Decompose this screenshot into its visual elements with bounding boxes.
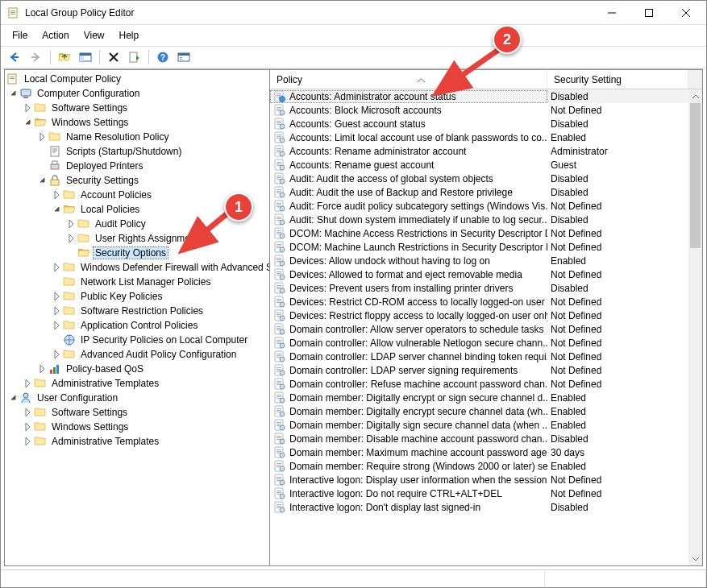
list-row[interactable]: Interactive logon: Display user informat… <box>270 473 688 487</box>
show-hide-tree-button[interactable] <box>76 48 95 66</box>
tree-network-list-manager[interactable]: Network List Manager Policies <box>5 275 269 289</box>
tree-deployed-printers[interactable]: Deployed Printers <box>5 159 269 173</box>
scroll-track[interactable] <box>688 103 702 552</box>
list-row[interactable]: Domain member: Maximum machine account p… <box>270 445 688 459</box>
list-row[interactable]: Interactive logon: Do not require CTRL+A… <box>270 487 688 500</box>
tree-pane[interactable]: Local Computer Policy Computer Configura… <box>4 69 270 566</box>
tree-root[interactable]: Local Computer Policy <box>5 72 269 86</box>
scroll-up-button[interactable] <box>688 89 702 103</box>
list-row[interactable]: Accounts: Limit local account use of bla… <box>270 130 688 144</box>
list-row[interactable]: Accounts: Block Microsoft accountsNot De… <box>270 103 688 117</box>
expand-toggle[interactable] <box>52 305 63 317</box>
tree-label: Advanced Audit Policy Configuration <box>79 349 238 360</box>
export-list-button[interactable] <box>125 48 144 66</box>
tree-application-control-policies[interactable]: Application Control Policies <box>5 318 269 333</box>
expand-toggle[interactable] <box>52 349 63 360</box>
expand-toggle[interactable] <box>52 189 63 201</box>
tree-name-resolution-policy[interactable]: Name Resolution Policy <box>5 130 269 144</box>
expand-toggle[interactable] <box>23 117 34 128</box>
tree-public-key-policies[interactable]: Public Key Policies <box>5 289 269 304</box>
list-row[interactable]: Devices: Restrict CD-ROM access to local… <box>270 295 688 308</box>
vertical-scrollbar[interactable] <box>688 89 702 565</box>
tree-windows-settings[interactable]: Windows Settings <box>5 115 269 130</box>
list-row[interactable]: Accounts: Rename guest accountGuest <box>270 158 688 172</box>
list-row[interactable]: Devices: Allow undock without having to … <box>270 254 688 267</box>
expand-toggle[interactable] <box>23 421 34 433</box>
list-row[interactable]: Domain controller: LDAP server signing r… <box>270 363 688 377</box>
list-row[interactable]: Interactive logon: Don't display last si… <box>270 500 688 514</box>
list-row[interactable]: Accounts: Guest account statusDisabled <box>270 117 688 130</box>
close-button[interactable] <box>667 1 705 24</box>
list-body[interactable]: Accounts: Administrator account statusDi… <box>270 89 688 565</box>
tree-scripts[interactable]: Scripts (Startup/Shutdown) <box>5 144 269 159</box>
scroll-thumb[interactable] <box>690 103 701 248</box>
list-row[interactable]: Domain controller: Allow vulnerable Netl… <box>270 336 688 350</box>
list-row[interactable]: Devices: Restrict floppy access to local… <box>270 308 688 322</box>
list-row[interactable]: Accounts: Rename administrator accountAd… <box>270 144 688 158</box>
menu-file[interactable]: File <box>6 27 34 44</box>
list-row[interactable]: Audit: Audit the access of global system… <box>270 172 688 185</box>
list-row[interactable]: Domain controller: Allow server operator… <box>270 322 688 336</box>
expand-toggle[interactable] <box>8 392 19 404</box>
forward-button[interactable] <box>27 48 46 66</box>
expand-toggle[interactable] <box>23 436 34 447</box>
up-level-button[interactable] <box>55 48 74 66</box>
list-row[interactable]: Domain member: Require strong (Windows 2… <box>270 459 688 473</box>
expand-toggle[interactable] <box>23 102 34 114</box>
list-row[interactable]: Audit: Force audit policy subcategory se… <box>270 199 688 213</box>
tree-software-settings[interactable]: Software Settings <box>5 101 269 115</box>
expand-toggle[interactable] <box>66 233 77 244</box>
tree-software-settings-user[interactable]: Software Settings <box>5 405 269 420</box>
tree-windows-settings-user[interactable]: Windows Settings <box>5 420 269 434</box>
list-row[interactable]: DCOM: Machine Access Restrictions in Sec… <box>270 226 688 240</box>
help-button[interactable]: ? <box>153 48 173 66</box>
list-row[interactable]: Audit: Audit the use of Backup and Resto… <box>270 185 688 199</box>
minimize-button[interactable] <box>593 1 630 24</box>
list-row[interactable]: Devices: Prevent users from installing p… <box>270 281 688 295</box>
maximize-button[interactable] <box>630 1 667 24</box>
expand-toggle[interactable] <box>37 175 48 186</box>
policy-cell: Devices: Allowed to format and eject rem… <box>270 268 547 281</box>
expand-toggle[interactable] <box>52 262 63 273</box>
list-row[interactable]: Domain member: Disable machine account p… <box>270 432 688 445</box>
tree-policy-based-qos[interactable]: Policy-based QoS <box>5 362 269 376</box>
tree-advanced-audit-policy[interactable]: Advanced Audit Policy Configuration <box>5 347 269 362</box>
expand-toggle[interactable] <box>23 407 34 418</box>
printer-icon <box>48 159 61 172</box>
list-row[interactable]: Devices: Allowed to format and eject rem… <box>270 267 688 281</box>
list-row[interactable]: Domain member: Digitally encrypt or sign… <box>270 391 688 404</box>
list-row[interactable]: DCOM: Machine Launch Restrictions in Sec… <box>270 240 688 254</box>
list-row[interactable]: Domain member: Digitally encrypt secure … <box>270 404 688 418</box>
tree-windows-defender-firewall[interactable]: Windows Defender Firewall with Advanced … <box>5 260 269 275</box>
folder-icon <box>48 130 61 143</box>
tree-user-configuration[interactable]: User Configuration <box>5 391 269 405</box>
list-row[interactable]: Domain controller: Refuse machine accoun… <box>270 377 688 391</box>
tree-administrative-templates-user[interactable]: Administrative Templates <box>5 434 269 449</box>
column-header-setting[interactable]: Security Setting <box>547 70 688 89</box>
expand-toggle[interactable] <box>66 218 77 230</box>
menu-action[interactable]: Action <box>35 27 75 44</box>
expand-toggle[interactable] <box>52 291 63 302</box>
tree-computer-configuration[interactable]: Computer Configuration <box>5 86 269 101</box>
folder-icon <box>63 188 76 201</box>
expand-toggle[interactable] <box>52 204 63 215</box>
back-button[interactable] <box>6 48 25 66</box>
filter-button[interactable] <box>174 48 193 66</box>
tree-software-restriction-policies[interactable]: Software Restriction Policies <box>5 304 269 318</box>
scroll-down-button[interactable] <box>688 552 702 565</box>
expand-toggle[interactable] <box>52 320 63 331</box>
expand-toggle[interactable] <box>8 88 19 99</box>
titlebar[interactable]: Local Group Policy Editor <box>1 1 706 25</box>
list-row[interactable]: Domain member: Digitally sign secure cha… <box>270 418 688 432</box>
tree-ip-security-policies[interactable]: IP Security Policies on Local Computer <box>5 333 269 347</box>
expand-toggle[interactable] <box>23 378 34 389</box>
list-row[interactable]: Audit: Shut down system immediately if u… <box>270 213 688 226</box>
menu-help[interactable]: Help <box>113 27 146 44</box>
expand-toggle[interactable] <box>37 131 48 143</box>
expand-toggle[interactable] <box>37 363 48 375</box>
tree-administrative-templates[interactable]: Administrative Templates <box>5 376 269 391</box>
tree-security-settings[interactable]: Security Settings <box>5 173 269 188</box>
menu-view[interactable]: View <box>77 27 111 44</box>
list-row[interactable]: Domain controller: LDAP server channel b… <box>270 350 688 363</box>
delete-button[interactable] <box>104 48 123 66</box>
